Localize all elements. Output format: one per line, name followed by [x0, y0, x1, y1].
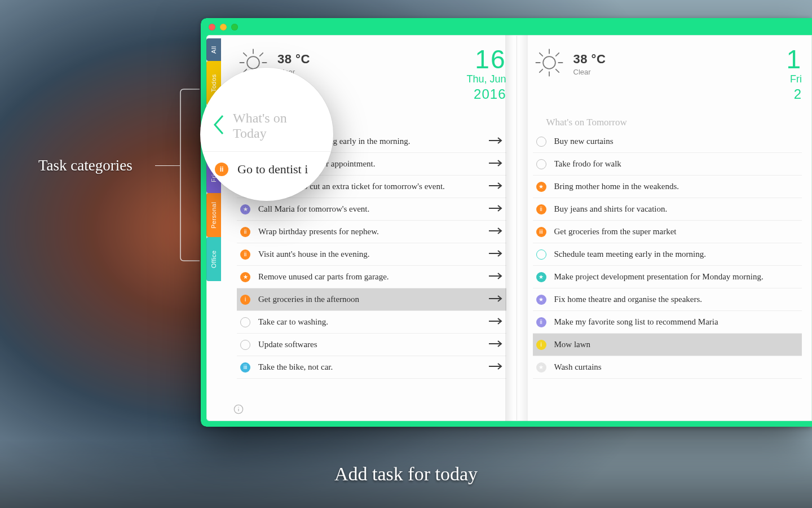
task-row[interactable]: iGet groceries in the afternoon	[237, 288, 506, 311]
task-category-dot	[536, 159, 546, 169]
task-row[interactable]: iiBuy jeans and shirts for vacation.	[533, 198, 802, 221]
task-text: Take car to washing.	[258, 317, 480, 327]
task-arrow-icon[interactable]	[488, 227, 503, 237]
task-category-dot: i	[240, 295, 250, 305]
category-tab-all[interactable]: All	[206, 38, 221, 61]
task-row[interactable]: iiiTake the bike, not car.	[237, 356, 506, 379]
task-text: Schedule team meeting early in the morni…	[554, 249, 799, 259]
svg-line-31	[539, 69, 542, 72]
task-category-dot: ★	[536, 182, 546, 192]
task-arrow-icon[interactable]	[488, 249, 503, 259]
task-row[interactable]: ★Call Maria for tomorrow's event.	[237, 198, 506, 221]
task-row[interactable]: Buy new curtains	[533, 130, 802, 153]
zoom-task-dot: ii	[215, 163, 228, 176]
task-category-dot: ii	[240, 227, 250, 237]
svg-line-5	[244, 53, 246, 56]
task-row[interactable]: iiWrap birthday presents for nephew.	[237, 221, 506, 243]
close-button[interactable]	[209, 24, 215, 30]
task-text: Get groceries in the afternoon	[258, 295, 480, 304]
sun-icon	[533, 46, 566, 81]
zoom-callout: What's on Today ii Go to dentist i	[200, 68, 333, 201]
svg-point-22	[238, 407, 239, 408]
maximize-button[interactable]	[231, 24, 238, 30]
task-row[interactable]: ★Wash curtains	[533, 356, 802, 379]
weather-temp: 38 °C	[573, 52, 606, 67]
task-row[interactable]: ★Make project development presentation f…	[533, 266, 802, 288]
zoom-divider	[200, 151, 333, 152]
caption-bar: Add task for today	[0, 440, 812, 508]
category-tab-personal[interactable]: Personal	[206, 193, 221, 237]
date-year: 2016	[466, 86, 506, 102]
task-arrow-icon[interactable]	[488, 137, 503, 146]
caption-text: Add task for today	[334, 463, 478, 485]
task-category-dot: ★	[536, 295, 546, 305]
weather-condition: Clear	[573, 68, 606, 76]
task-category-dot: ii	[240, 249, 250, 260]
task-text: Take the bike, not car.	[258, 362, 480, 372]
task-arrow-icon[interactable]	[488, 182, 503, 191]
task-arrow-icon[interactable]	[488, 295, 503, 304]
back-chevron-icon[interactable]	[211, 113, 226, 138]
task-row[interactable]: iMow lawn	[533, 334, 802, 356]
task-text: Buy jeans and shirts for vacation.	[554, 204, 799, 214]
task-text: Take frodo for walk	[554, 159, 799, 169]
date-daynum: 16	[466, 46, 506, 72]
task-arrow-icon[interactable]	[488, 362, 503, 372]
page-tomorrow: 38 °C Clear 1 Fri 2 What's on Tomorrow B…	[517, 35, 813, 421]
date-daynum: 1	[786, 46, 802, 72]
date-daylabel: Fri	[786, 73, 802, 85]
task-row[interactable]: Update softwares	[237, 334, 506, 356]
zoom-section-title: What's on Today	[233, 111, 322, 141]
zoom-task-row[interactable]: ii Go to dentist i	[211, 162, 322, 177]
task-arrow-icon[interactable]	[488, 272, 503, 282]
task-row[interactable]: iiMake my favorite song list to recommen…	[533, 311, 802, 334]
task-row[interactable]: Schedule team meeting early in the morni…	[533, 243, 802, 266]
task-category-dot: ii	[536, 204, 546, 214]
task-category-dot: ★	[240, 204, 250, 214]
task-category-dot	[240, 340, 250, 350]
task-row[interactable]: ★Remove unused car parts from garage.	[237, 266, 506, 288]
task-arrow-icon[interactable]	[488, 317, 503, 327]
task-text: Make my favorite song list to recommend …	[554, 317, 799, 327]
task-row[interactable]: iiVisit aunt's house in the evening.	[237, 243, 506, 266]
callout-label-task-categories: Task categories	[38, 157, 133, 174]
task-category-dot: iii	[240, 362, 250, 373]
task-row[interactable]: Take frodo for walk	[533, 153, 802, 176]
window-traffic-lights	[209, 24, 238, 30]
date-block-today: 16 Thu, Jun 2016	[466, 46, 506, 102]
task-category-dot	[240, 317, 250, 327]
task-text: Wash curtains	[554, 362, 799, 372]
svg-line-7	[260, 53, 263, 56]
svg-line-28	[539, 53, 542, 56]
task-row[interactable]: ★Bring mother home in the weakends.	[533, 176, 802, 198]
svg-line-29	[555, 69, 558, 72]
section-title-tomorrow: What's on Tomorrow	[546, 117, 802, 128]
svg-point-23	[543, 56, 555, 69]
category-tab-office[interactable]: Office	[206, 237, 221, 281]
zoom-task-text: Go to dentist i	[237, 162, 308, 177]
callout-connector-line	[155, 165, 180, 166]
minimize-button[interactable]	[220, 24, 227, 30]
task-text: Wrap birthday presents for nephew.	[258, 227, 480, 237]
task-arrow-icon[interactable]	[488, 204, 503, 214]
task-text: Mow lawn	[554, 340, 799, 349]
task-arrow-icon[interactable]	[488, 340, 503, 349]
task-text: Update softwares	[258, 340, 480, 349]
task-text: Fix home theatre and organise the speake…	[554, 295, 799, 304]
info-button[interactable]	[233, 404, 244, 417]
task-category-dot	[536, 249, 546, 260]
date-year: 2	[786, 86, 802, 102]
task-list-tomorrow: Buy new curtainsTake frodo for walk★Brin…	[533, 130, 802, 379]
weather-block: 38 °C Clear	[533, 46, 606, 81]
task-text: Visit aunt's house in the evening.	[258, 249, 480, 259]
callout-bracket	[179, 88, 200, 262]
task-row[interactable]: Take car to washing.	[237, 311, 506, 334]
task-row[interactable]: ★Fix home theatre and organise the speak…	[533, 288, 802, 311]
task-row[interactable]: iiiGet groceries from the super market	[533, 221, 802, 243]
svg-point-0	[247, 56, 259, 69]
task-text: Get groceries from the super market	[554, 227, 799, 237]
task-category-dot: iii	[536, 227, 546, 237]
task-category-dot: ★	[240, 272, 250, 282]
task-text: Make project development presentation fo…	[554, 272, 799, 282]
task-arrow-icon[interactable]	[488, 159, 503, 169]
